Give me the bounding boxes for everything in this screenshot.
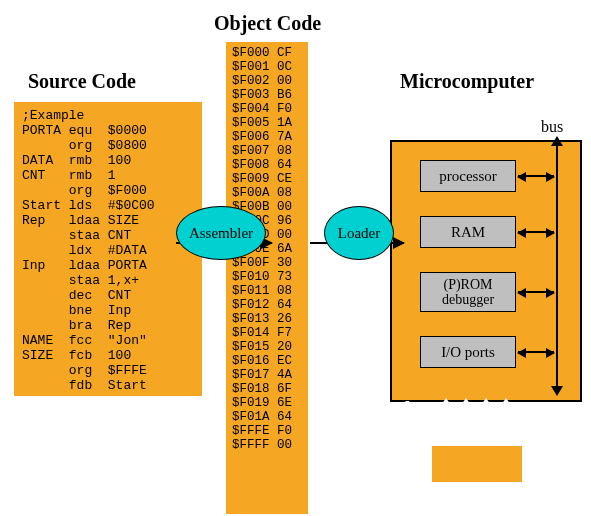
io-external-arrow-icon xyxy=(482,406,485,424)
io-external-arrow-icon xyxy=(502,406,505,424)
io-ports-box: I/O ports xyxy=(420,336,516,368)
ram-bus-arrow xyxy=(518,231,554,233)
source-code-title: Source Code xyxy=(28,70,148,93)
bus-label: bus xyxy=(538,118,566,136)
object-code-panel: $F000 CF $F001 0C $F002 00 $F003 B6 $F00… xyxy=(226,42,308,514)
source-code-listing: ;Example PORTA equ $0000 org $0800 DATA … xyxy=(14,102,202,399)
external-device-box xyxy=(432,446,522,482)
microcomputer-title: Microcomputer xyxy=(400,70,560,93)
assembler-node: Assembler xyxy=(176,206,266,260)
external-devices-label: ExternalDevices xyxy=(336,398,410,442)
io-bus-arrow xyxy=(518,351,554,353)
prom-bus-arrow xyxy=(518,291,554,293)
prom-box: (P)ROMdebugger xyxy=(420,272,516,312)
processor-box: processor xyxy=(420,160,516,192)
processor-bus-arrow xyxy=(518,175,554,177)
io-external-arrow-icon xyxy=(462,406,465,424)
io-external-arrow-icon xyxy=(442,406,445,424)
bus-line xyxy=(556,142,558,390)
source-code-panel: ;Example PORTA equ $0000 org $0800 DATA … xyxy=(14,102,202,396)
loader-node: Loader xyxy=(324,206,394,260)
object-code-title: Object Code xyxy=(214,12,334,35)
ram-box: RAM xyxy=(420,216,516,248)
